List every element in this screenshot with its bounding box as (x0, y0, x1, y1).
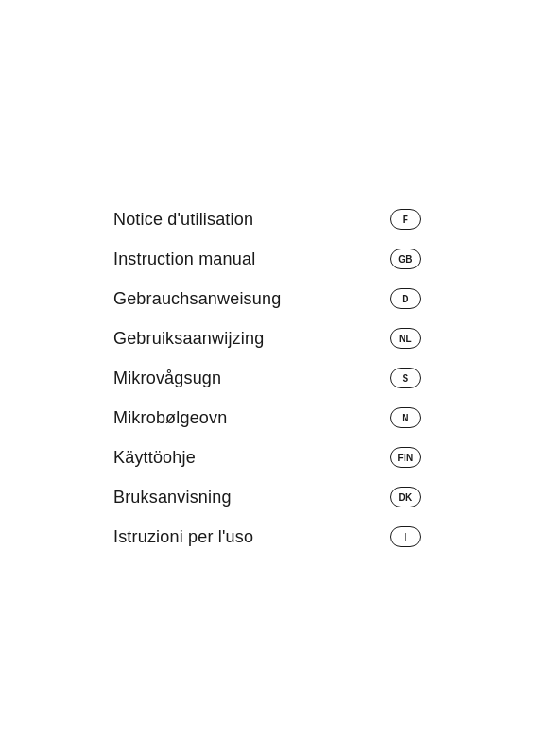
lang-badge: N (390, 407, 421, 428)
manual-row: Instruction manualGB (113, 239, 534, 279)
lang-badge: F (390, 209, 421, 230)
lang-badge: S (390, 368, 421, 388)
lang-badge: D (390, 288, 421, 309)
manual-label: Instruction manual (113, 249, 255, 269)
manual-row: MikrovågsugnS (113, 358, 534, 398)
manual-row: Notice d'utilisationF (113, 199, 534, 239)
manual-list: Notice d'utilisationFInstruction manualG… (0, 67, 534, 689)
lang-badge: GB (390, 249, 421, 269)
manual-row: Istruzioni per l'usoI (113, 517, 534, 557)
manual-row: GebruiksaanwijzingNL (113, 318, 534, 358)
manual-label: Bruksanvisning (113, 488, 232, 507)
manual-label: Notice d'utilisation (113, 210, 253, 230)
lang-badge: DK (390, 487, 421, 507)
manual-label: Gebruiksaanwijzing (113, 329, 264, 349)
lang-badge: I (390, 526, 421, 547)
manual-label: Gebrauchsanweisung (113, 289, 281, 309)
manual-row: MikrobølgeovnN (113, 398, 534, 438)
manual-label: Mikrobølgeovn (113, 408, 227, 428)
manual-row: KäyttöohjeFIN (113, 438, 534, 477)
lang-badge: NL (390, 328, 421, 349)
manual-row: GebrauchsanweisungD (113, 279, 534, 318)
manual-label: Istruzioni per l'uso (113, 527, 253, 547)
manual-label: Mikrovågsugn (113, 369, 221, 388)
lang-badge: FIN (390, 447, 421, 468)
manual-row: BruksanvisningDK (113, 477, 534, 517)
manual-label: Käyttöohje (113, 448, 196, 468)
